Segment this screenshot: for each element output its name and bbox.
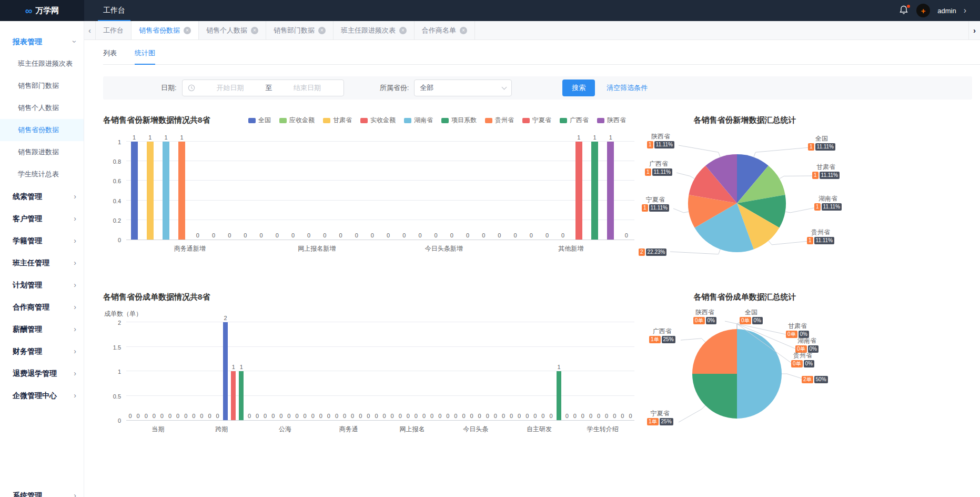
tab[interactable]: 班主任跟进频次表× bbox=[334, 21, 415, 39]
legend-item[interactable]: 全国 bbox=[248, 116, 271, 125]
nav-workbench[interactable]: 工作台 bbox=[98, 0, 130, 21]
zero-value-label: 0 bbox=[518, 413, 521, 419]
avatar[interactable]: + bbox=[916, 4, 930, 17]
province-select[interactable]: 全部 bbox=[414, 79, 512, 96]
y-tick-label: 1 bbox=[118, 140, 121, 145]
date-separator: 至 bbox=[265, 83, 272, 93]
legend-item[interactable]: 项目系数 bbox=[441, 116, 477, 125]
chevron-right-icon: › bbox=[74, 384, 76, 406]
sidebar-item[interactable]: 销售部门数据 bbox=[0, 75, 84, 97]
tab-label: 班主任跟进频次表 bbox=[341, 26, 396, 35]
tab-scroll-right-icon[interactable]: › bbox=[968, 21, 980, 39]
close-icon[interactable]: × bbox=[399, 27, 407, 34]
zero-value-label: 0 bbox=[295, 413, 298, 419]
tab[interactable]: 合作商名单× bbox=[415, 21, 475, 39]
bar[interactable] bbox=[607, 142, 614, 240]
zero-value-label: 0 bbox=[367, 413, 370, 419]
sidebar-group[interactable]: 系统管理› bbox=[0, 484, 84, 497]
bar[interactable] bbox=[223, 322, 228, 420]
legend-item[interactable]: 广西省 bbox=[560, 116, 589, 125]
chevron-right-icon[interactable]: › bbox=[964, 6, 966, 15]
legend-item[interactable]: 甘肃省 bbox=[323, 116, 352, 125]
legend-swatch bbox=[597, 118, 604, 123]
sidebar-group[interactable]: 退费退学管理› bbox=[0, 362, 84, 384]
tab[interactable]: 销售部门数据× bbox=[266, 21, 334, 39]
pie-slice[interactable] bbox=[692, 374, 737, 419]
close-icon[interactable]: × bbox=[184, 27, 191, 34]
y-tick-label: 0.4 bbox=[113, 198, 121, 204]
chevron-right-icon: › bbox=[74, 484, 76, 497]
bar-value-label: 1 bbox=[148, 135, 151, 141]
legend-item[interactable]: 陕西省 bbox=[597, 116, 626, 125]
sidebar-group[interactable]: 合作商管理› bbox=[0, 296, 84, 318]
tab[interactable]: 工作台 bbox=[96, 21, 132, 39]
legend-item[interactable]: 贵州省 bbox=[485, 116, 514, 125]
bar[interactable] bbox=[231, 371, 236, 420]
sidebar-group-label: 企微管理中心 bbox=[13, 384, 57, 406]
notification-bell-icon[interactable] bbox=[900, 5, 909, 16]
end-date-input[interactable]: 结束日期 bbox=[276, 83, 338, 93]
legend-item[interactable]: 宁夏省 bbox=[522, 116, 551, 125]
zero-value-label: 0 bbox=[454, 413, 457, 419]
legend-label: 陕西省 bbox=[607, 116, 626, 125]
sidebar-item[interactable]: 销售个人数据 bbox=[0, 97, 84, 119]
search-button[interactable]: 搜索 bbox=[562, 79, 595, 96]
sidebar-group[interactable]: 学籍管理› bbox=[0, 230, 84, 252]
zero-value-label: 0 bbox=[276, 233, 279, 238]
bar[interactable] bbox=[591, 142, 598, 240]
sidebar-item[interactable]: 班主任跟进频次表 bbox=[0, 53, 84, 75]
bar[interactable] bbox=[131, 142, 138, 240]
sidebar-group[interactable]: 计划管理› bbox=[0, 274, 84, 296]
legend-item[interactable]: 湖南省 bbox=[404, 116, 433, 125]
zero-value-label: 0 bbox=[128, 413, 132, 419]
subtab-active[interactable]: 统计图 bbox=[135, 48, 155, 64]
legend-swatch bbox=[560, 118, 567, 123]
app-logo[interactable]: ∞ 万学网 bbox=[0, 0, 84, 21]
sidebar-group[interactable]: 线索管理› bbox=[0, 185, 84, 207]
bar[interactable] bbox=[575, 142, 582, 240]
zero-value-label: 0 bbox=[184, 413, 187, 419]
pie-label: 宁夏省111.11% bbox=[642, 196, 669, 212]
close-icon[interactable]: × bbox=[251, 27, 258, 34]
tab[interactable]: 销售省份数据× bbox=[132, 21, 199, 39]
sidebar-item[interactable]: 学生统计总表 bbox=[0, 163, 84, 185]
tab[interactable]: 销售个人数据× bbox=[199, 21, 266, 39]
start-date-input[interactable]: 开始日期 bbox=[199, 83, 261, 93]
x-category-label: 当期 bbox=[126, 425, 190, 434]
sidebar-group[interactable]: 报表管理› bbox=[0, 31, 84, 53]
zero-value-label: 0 bbox=[438, 413, 441, 419]
bar[interactable] bbox=[178, 142, 185, 240]
pie-slice[interactable] bbox=[737, 329, 782, 419]
zero-value-label: 0 bbox=[541, 413, 544, 419]
pie-chart: 全国0单0%甘肃省0单0%湖南省0单0%贵州省0单0%2单50%宁夏省1单25%… bbox=[634, 306, 855, 433]
sidebar-item[interactable]: 销售省份数据 bbox=[0, 119, 84, 141]
close-icon[interactable]: × bbox=[318, 27, 326, 34]
sidebar-group[interactable]: 企微管理中心› bbox=[0, 384, 84, 406]
zero-value-label: 0 bbox=[355, 233, 358, 238]
bar-group: 00001110 bbox=[508, 142, 635, 240]
sidebar-group[interactable]: 客户管理› bbox=[0, 207, 84, 230]
pie-label-name: 贵州省 bbox=[791, 352, 814, 359]
bar[interactable] bbox=[147, 142, 154, 240]
bar[interactable] bbox=[557, 371, 561, 420]
bar-group: 00000000 bbox=[254, 142, 381, 240]
sidebar-group[interactable]: 薪酬管理› bbox=[0, 318, 84, 340]
close-icon[interactable]: × bbox=[460, 27, 467, 34]
zero-value-label: 0 bbox=[605, 413, 608, 419]
clear-filters-link[interactable]: 清空筛选条件 bbox=[607, 83, 648, 93]
open-tabs: 工作台销售省份数据×销售个人数据×销售部门数据×班主任跟进频次表×合作商名单× bbox=[96, 21, 475, 39]
sidebar-group[interactable]: 班主任管理› bbox=[0, 252, 84, 274]
sidebar-item[interactable]: 销售跟进数据 bbox=[0, 141, 84, 163]
legend-item[interactable]: 实收金额 bbox=[360, 116, 396, 125]
legend-item[interactable]: 应收金额 bbox=[279, 116, 315, 125]
pie-value-badge: 1 bbox=[645, 168, 651, 176]
date-range-input[interactable]: 开始日期 至 结束日期 bbox=[182, 79, 344, 96]
legend-swatch bbox=[441, 118, 449, 123]
zero-value-label: 0 bbox=[244, 233, 247, 238]
tab-scroll-left-icon[interactable]: ‹ bbox=[84, 21, 96, 39]
bar[interactable] bbox=[163, 142, 169, 240]
sidebar-group[interactable]: 财务管理› bbox=[0, 340, 84, 362]
subtab-item[interactable]: 列表 bbox=[103, 48, 117, 64]
pie-slice[interactable] bbox=[692, 329, 737, 374]
bar[interactable] bbox=[239, 371, 244, 420]
